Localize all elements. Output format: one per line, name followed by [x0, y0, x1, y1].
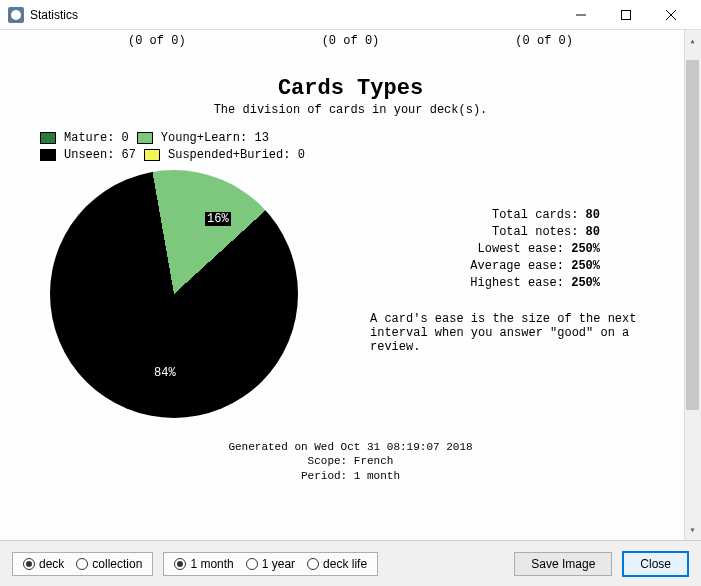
- radio-icon: [76, 558, 88, 570]
- legend-swatch: [144, 149, 160, 161]
- legend-swatch: [137, 132, 153, 144]
- radio-1-month[interactable]: 1 month: [174, 557, 233, 571]
- radio-collection[interactable]: collection: [76, 557, 142, 571]
- legend-label: Mature: 0: [64, 131, 129, 145]
- stat-label: Total cards:: [492, 208, 578, 222]
- period-radio-group: 1 month 1 year deck life: [163, 552, 378, 576]
- vertical-scrollbar[interactable]: ▴ ▾: [684, 30, 701, 540]
- radio-1-year[interactable]: 1 year: [246, 557, 295, 571]
- stat-label: Lowest ease:: [478, 242, 564, 256]
- period-line: Period: 1 month: [0, 469, 701, 483]
- legend-swatch: [40, 149, 56, 161]
- scroll-thumb[interactable]: [686, 60, 699, 410]
- radio-label: collection: [92, 557, 142, 571]
- scope-line: Scope: French: [0, 454, 701, 468]
- stat-label: Total notes:: [492, 225, 578, 239]
- section-subtitle: The division of cards in your deck(s).: [0, 103, 701, 117]
- window-title: Statistics: [30, 8, 78, 22]
- top-count: (0 of 0): [322, 34, 380, 48]
- titlebar: Statistics: [0, 0, 701, 30]
- stat-label: Highest ease:: [470, 276, 564, 290]
- generated-line: Generated on Wed Oct 31 08:19:07 2018: [0, 440, 701, 454]
- section-title: Cards Types: [0, 76, 701, 101]
- stats-note: A card's ease is the size of the next in…: [370, 312, 670, 354]
- radio-icon: [174, 558, 186, 570]
- legend-label: Suspended+Buried: 0: [168, 148, 305, 162]
- close-button[interactable]: Close: [622, 551, 689, 577]
- top-count: (0 of 0): [128, 34, 186, 48]
- radio-label: 1 year: [262, 557, 295, 571]
- app-icon: [8, 7, 24, 23]
- scroll-down-icon[interactable]: ▾: [686, 521, 699, 538]
- chart-legend: Mature: 0 Young+Learn: 13 Unseen: 67 Sus…: [40, 131, 701, 162]
- pie-slice-label: 84%: [154, 366, 176, 380]
- radio-icon: [23, 558, 35, 570]
- maximize-button[interactable]: [603, 0, 648, 30]
- minimize-button[interactable]: [558, 0, 603, 30]
- svg-rect-1: [621, 10, 630, 19]
- radio-label: 1 month: [190, 557, 233, 571]
- legend-swatch: [40, 132, 56, 144]
- top-counts-row: (0 of 0) (0 of 0) (0 of 0): [0, 30, 701, 48]
- stat-value: 80: [586, 225, 600, 239]
- save-image-button[interactable]: Save Image: [514, 552, 612, 576]
- scope-radio-group: deck collection: [12, 552, 153, 576]
- bottom-toolbar: deck collection 1 month 1 year deck life…: [0, 540, 701, 586]
- stat-value: 250%: [571, 276, 600, 290]
- close-window-button[interactable]: [648, 0, 693, 30]
- pie-slice-label: 16%: [205, 212, 231, 226]
- radio-deck[interactable]: deck: [23, 557, 64, 571]
- footer-meta: Generated on Wed Oct 31 08:19:07 2018 Sc…: [0, 440, 701, 483]
- content-area: (0 of 0) (0 of 0) (0 of 0) Cards Types T…: [0, 30, 701, 540]
- pie-chart: 16% 84%: [50, 170, 350, 418]
- scroll-up-icon[interactable]: ▴: [686, 32, 699, 49]
- stat-value: 250%: [571, 259, 600, 273]
- stats-panel: Total cards: 80 Total notes: 80 Lowest e…: [370, 208, 670, 418]
- top-count: (0 of 0): [515, 34, 573, 48]
- stat-value: 250%: [571, 242, 600, 256]
- radio-label: deck life: [323, 557, 367, 571]
- legend-label: Young+Learn: 13: [161, 131, 269, 145]
- legend-label: Unseen: 67: [64, 148, 136, 162]
- stat-label: Average ease:: [470, 259, 564, 273]
- radio-deck-life[interactable]: deck life: [307, 557, 367, 571]
- radio-icon: [246, 558, 258, 570]
- radio-label: deck: [39, 557, 64, 571]
- radio-icon: [307, 558, 319, 570]
- stat-value: 80: [586, 208, 600, 222]
